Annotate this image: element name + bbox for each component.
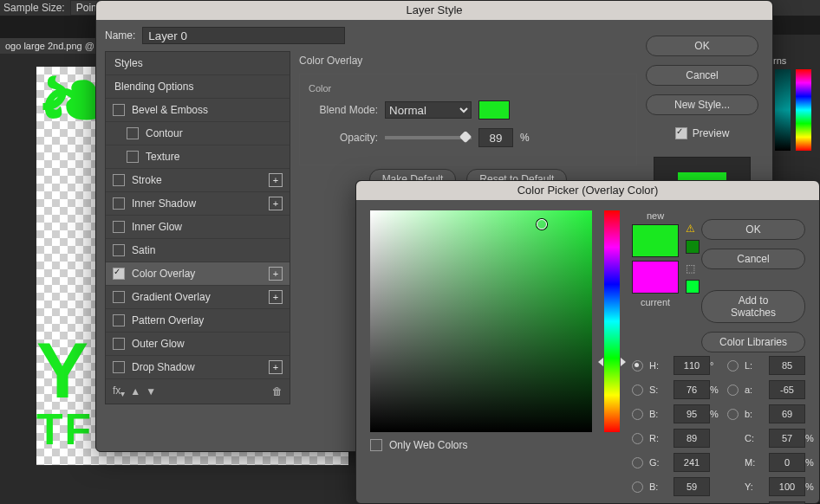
style-label: Inner Shadow xyxy=(132,197,196,210)
b2-radio[interactable] xyxy=(727,409,739,420)
color-libraries-button[interactable]: Color Libraries xyxy=(701,332,805,352)
style-checkbox[interactable] xyxy=(113,314,125,326)
add-effect-icon[interactable]: + xyxy=(269,267,283,281)
new-color-swatch[interactable] xyxy=(632,224,679,257)
new-style-button[interactable]: New Style... xyxy=(646,94,758,115)
style-checkbox[interactable] xyxy=(113,291,125,303)
b2-input[interactable] xyxy=(769,404,805,423)
panel-title: Color Overlay xyxy=(299,51,637,70)
a-radio[interactable] xyxy=(727,384,739,396)
l-radio[interactable] xyxy=(727,360,739,372)
current-color-label: current xyxy=(641,297,670,307)
cancel-button[interactable]: Cancel xyxy=(646,65,758,86)
color-picker-dialog: Color Picker (Overlay Color) OK Cancel A… xyxy=(355,180,820,504)
style-up-icon[interactable]: ▲ xyxy=(130,385,140,397)
layer-style-titlebar[interactable]: Layer Style xyxy=(96,1,772,20)
style-label: Pattern Overlay xyxy=(132,314,204,326)
preview-checkbox[interactable] xyxy=(675,127,687,139)
style-label: Gradient Overlay xyxy=(132,291,211,303)
gamut-warning-icon[interactable]: ⚠ xyxy=(686,223,700,235)
style-row-stroke[interactable]: Stroke+ xyxy=(106,169,290,192)
websafe-swatch[interactable] xyxy=(686,280,700,294)
sample-size-label: Sample Size: xyxy=(3,2,65,14)
opacity-label: Opacity: xyxy=(309,132,378,144)
right-panel-tab[interactable]: rns xyxy=(768,35,820,66)
styles-panel: Styles Blending Options Bevel & EmbossCo… xyxy=(105,51,290,404)
g-radio[interactable] xyxy=(632,457,643,468)
saturation-value-field[interactable] xyxy=(370,210,592,432)
c-input[interactable] xyxy=(769,429,805,448)
blending-options[interactable]: Blending Options xyxy=(106,75,290,99)
style-row-gradient-overlay[interactable]: Gradient Overlay+ xyxy=(106,286,290,309)
cp-cancel-button[interactable]: Cancel xyxy=(701,249,805,269)
overlay-color-swatch[interactable] xyxy=(478,100,510,120)
s-radio[interactable] xyxy=(632,384,643,396)
style-checkbox[interactable] xyxy=(113,197,125,210)
style-row-inner-shadow[interactable]: Inner Shadow+ xyxy=(106,192,290,216)
style-row-satin[interactable]: Satin xyxy=(106,239,290,262)
style-row-pattern-overlay[interactable]: Pattern Overlay xyxy=(106,309,290,333)
g-input[interactable] xyxy=(674,453,710,472)
b-radio[interactable] xyxy=(632,409,643,420)
m-input[interactable] xyxy=(769,453,805,472)
layer-name-input[interactable] xyxy=(142,27,345,44)
r-radio[interactable] xyxy=(632,433,643,444)
style-checkbox[interactable] xyxy=(127,127,139,139)
new-current-swatches: new current xyxy=(632,210,679,307)
current-color-swatch[interactable] xyxy=(632,261,679,294)
style-label: Drop Shadow xyxy=(132,361,195,373)
style-row-inner-glow[interactable]: Inner Glow xyxy=(106,216,290,239)
style-row-contour[interactable]: Contour xyxy=(106,122,290,145)
blend-mode-select[interactable]: Normal xyxy=(385,101,472,119)
opacity-input[interactable] xyxy=(478,128,513,147)
ok-button[interactable]: OK xyxy=(646,36,758,56)
style-row-outer-glow[interactable]: Outer Glow xyxy=(106,333,290,356)
style-row-drop-shadow[interactable]: Drop Shadow+ xyxy=(106,356,290,379)
style-checkbox[interactable] xyxy=(113,268,125,280)
r-input[interactable] xyxy=(674,429,710,448)
color-picker-titlebar[interactable]: Color Picker (Overlay Color) xyxy=(356,181,819,200)
y-input[interactable] xyxy=(769,477,805,496)
l-input[interactable] xyxy=(769,356,805,375)
opacity-slider-thumb[interactable] xyxy=(459,131,472,143)
a-input[interactable] xyxy=(769,380,805,399)
style-row-texture[interactable]: Texture xyxy=(106,145,290,169)
h-radio[interactable] xyxy=(632,360,643,372)
style-checkbox[interactable] xyxy=(113,221,125,233)
style-checkbox[interactable] xyxy=(113,174,125,186)
style-checkbox[interactable] xyxy=(127,151,139,163)
s-input[interactable] xyxy=(674,380,710,399)
preview-label: Preview xyxy=(693,127,730,139)
style-checkbox[interactable] xyxy=(113,104,125,116)
add-effect-icon[interactable]: + xyxy=(269,173,283,187)
add-effect-icon[interactable]: + xyxy=(269,197,283,210)
style-row-color-overlay[interactable]: Color Overlay+ xyxy=(106,262,290,286)
b-input[interactable] xyxy=(674,404,710,423)
gradient-preview-strip-2 xyxy=(796,69,811,151)
trash-icon[interactable]: 🗑 xyxy=(272,385,283,397)
style-checkbox[interactable] xyxy=(113,244,125,256)
style-down-icon[interactable]: ▼ xyxy=(146,385,156,397)
add-effect-icon[interactable]: + xyxy=(269,360,283,374)
hue-slider[interactable] xyxy=(604,210,620,432)
opacity-slider[interactable] xyxy=(385,136,472,139)
style-checkbox[interactable] xyxy=(113,338,125,350)
add-swatches-button[interactable]: Add to Swatches xyxy=(701,290,805,323)
style-checkbox[interactable] xyxy=(113,361,125,373)
only-web-colors-label: Only Web Colors xyxy=(389,439,467,451)
fx-icon[interactable]: fx▾ xyxy=(113,384,125,398)
style-row-bevel-emboss[interactable]: Bevel & Emboss xyxy=(106,99,290,122)
websafe-icon[interactable]: ⬚ xyxy=(686,262,700,275)
bb-radio[interactable] xyxy=(632,481,643,493)
styles-header[interactable]: Styles xyxy=(106,52,290,75)
add-effect-icon[interactable]: + xyxy=(269,290,283,304)
name-label: Name: xyxy=(105,29,135,42)
style-label: Bevel & Emboss xyxy=(132,104,208,116)
style-label: Color Overlay xyxy=(132,268,195,280)
gamut-swatch[interactable] xyxy=(686,240,700,254)
cp-ok-button[interactable]: OK xyxy=(701,219,805,240)
h-input[interactable] xyxy=(674,356,710,375)
sv-cursor[interactable] xyxy=(537,219,547,229)
only-web-colors-checkbox[interactable] xyxy=(370,439,382,451)
bb-input[interactable] xyxy=(674,477,710,496)
